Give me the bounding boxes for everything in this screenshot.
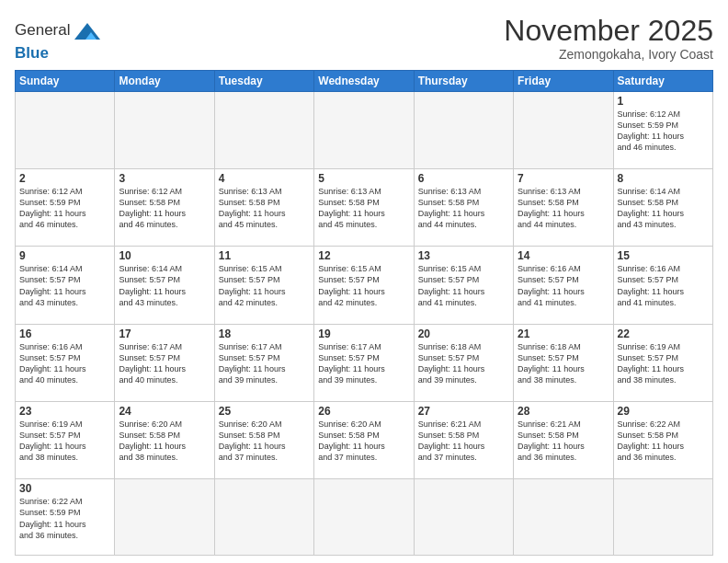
day-info: Sunrise: 6:13 AM Sunset: 5:58 PM Dayligh… bbox=[318, 186, 409, 231]
day-number: 23 bbox=[19, 405, 110, 418]
day-number: 16 bbox=[19, 327, 110, 340]
calendar-cell-23: 18Sunrise: 6:17 AM Sunset: 5:57 PM Dayli… bbox=[214, 324, 313, 401]
calendar-cell-41 bbox=[613, 479, 712, 556]
calendar-cell-22: 17Sunrise: 6:17 AM Sunset: 5:57 PM Dayli… bbox=[115, 324, 214, 401]
logo-general: General bbox=[15, 21, 70, 39]
day-info: Sunrise: 6:12 AM Sunset: 5:59 PM Dayligh… bbox=[19, 186, 110, 231]
calendar-cell-37 bbox=[214, 479, 313, 556]
calendar-cell-8: 3Sunrise: 6:12 AM Sunset: 5:58 PM Daylig… bbox=[115, 168, 214, 246]
calendar-cell-6: 1Sunrise: 6:12 AM Sunset: 5:59 PM Daylig… bbox=[613, 91, 712, 168]
day-number: 28 bbox=[518, 405, 609, 418]
day-info: Sunrise: 6:14 AM Sunset: 5:57 PM Dayligh… bbox=[119, 263, 210, 308]
calendar-row-4: 16Sunrise: 6:16 AM Sunset: 5:57 PM Dayli… bbox=[16, 324, 713, 401]
calendar-cell-3 bbox=[314, 91, 414, 168]
calendar-table: SundayMondayTuesdayWednesdayThursdayFrid… bbox=[15, 70, 713, 556]
calendar-cell-40 bbox=[514, 479, 613, 556]
weekday-header-row: SundayMondayTuesdayWednesdayThursdayFrid… bbox=[16, 70, 713, 91]
day-number: 19 bbox=[318, 327, 409, 340]
calendar-cell-12: 7Sunrise: 6:13 AM Sunset: 5:58 PM Daylig… bbox=[514, 168, 613, 246]
day-info: Sunrise: 6:20 AM Sunset: 5:58 PM Dayligh… bbox=[318, 419, 409, 464]
day-info: Sunrise: 6:18 AM Sunset: 5:57 PM Dayligh… bbox=[518, 341, 609, 386]
calendar-cell-26: 21Sunrise: 6:18 AM Sunset: 5:57 PM Dayli… bbox=[514, 324, 613, 401]
month-title: November 2025 bbox=[504, 15, 713, 47]
calendar-cell-14: 9Sunrise: 6:14 AM Sunset: 5:57 PM Daylig… bbox=[16, 247, 115, 324]
calendar-cell-17: 12Sunrise: 6:15 AM Sunset: 5:57 PM Dayli… bbox=[314, 247, 414, 324]
calendar-cell-15: 10Sunrise: 6:14 AM Sunset: 5:57 PM Dayli… bbox=[115, 247, 214, 324]
calendar-cell-36 bbox=[115, 479, 214, 556]
day-number: 5 bbox=[318, 172, 409, 185]
day-number: 10 bbox=[119, 249, 210, 262]
calendar-cell-34: 29Sunrise: 6:22 AM Sunset: 5:58 PM Dayli… bbox=[613, 401, 712, 478]
calendar-cell-16: 11Sunrise: 6:15 AM Sunset: 5:57 PM Dayli… bbox=[214, 247, 313, 324]
calendar-row-5: 23Sunrise: 6:19 AM Sunset: 5:57 PM Dayli… bbox=[16, 401, 713, 478]
calendar-cell-5 bbox=[514, 91, 613, 168]
svg-marker-0 bbox=[74, 23, 100, 40]
calendar-cell-4 bbox=[414, 91, 513, 168]
calendar-cell-31: 26Sunrise: 6:20 AM Sunset: 5:58 PM Dayli… bbox=[314, 401, 414, 478]
calendar-cell-13: 8Sunrise: 6:14 AM Sunset: 5:58 PM Daylig… bbox=[613, 168, 712, 246]
calendar-cell-18: 13Sunrise: 6:15 AM Sunset: 5:57 PM Dayli… bbox=[414, 247, 513, 324]
calendar-cell-39 bbox=[414, 479, 513, 556]
day-info: Sunrise: 6:22 AM Sunset: 5:58 PM Dayligh… bbox=[618, 419, 709, 464]
day-number: 7 bbox=[518, 172, 609, 185]
calendar-cell-32: 27Sunrise: 6:21 AM Sunset: 5:58 PM Dayli… bbox=[414, 401, 513, 478]
day-number: 25 bbox=[219, 405, 310, 418]
calendar-row-2: 2Sunrise: 6:12 AM Sunset: 5:59 PM Daylig… bbox=[16, 168, 713, 246]
weekday-tuesday: Tuesday bbox=[214, 70, 313, 91]
page: General Blue November 2025 Zemongokaha, … bbox=[0, 0, 728, 563]
day-info: Sunrise: 6:18 AM Sunset: 5:57 PM Dayligh… bbox=[418, 341, 509, 386]
day-info: Sunrise: 6:21 AM Sunset: 5:58 PM Dayligh… bbox=[418, 419, 509, 464]
calendar-cell-10: 5Sunrise: 6:13 AM Sunset: 5:58 PM Daylig… bbox=[314, 168, 414, 246]
day-number: 4 bbox=[219, 172, 310, 185]
day-number: 6 bbox=[418, 172, 509, 185]
calendar-cell-2 bbox=[214, 91, 313, 168]
day-info: Sunrise: 6:20 AM Sunset: 5:58 PM Dayligh… bbox=[119, 419, 210, 464]
calendar-cell-9: 4Sunrise: 6:13 AM Sunset: 5:58 PM Daylig… bbox=[214, 168, 313, 246]
calendar-cell-0 bbox=[16, 91, 115, 168]
calendar-cell-7: 2Sunrise: 6:12 AM Sunset: 5:59 PM Daylig… bbox=[16, 168, 115, 246]
calendar-row-1: 1Sunrise: 6:12 AM Sunset: 5:59 PM Daylig… bbox=[16, 91, 713, 168]
day-number: 20 bbox=[418, 327, 509, 340]
calendar-cell-19: 14Sunrise: 6:16 AM Sunset: 5:57 PM Dayli… bbox=[514, 247, 613, 324]
calendar-cell-28: 23Sunrise: 6:19 AM Sunset: 5:57 PM Dayli… bbox=[16, 401, 115, 478]
day-info: Sunrise: 6:17 AM Sunset: 5:57 PM Dayligh… bbox=[219, 341, 310, 386]
day-info: Sunrise: 6:16 AM Sunset: 5:57 PM Dayligh… bbox=[19, 341, 110, 386]
day-info: Sunrise: 6:13 AM Sunset: 5:58 PM Dayligh… bbox=[518, 186, 609, 231]
day-number: 1 bbox=[618, 95, 709, 108]
day-number: 3 bbox=[119, 172, 210, 185]
weekday-thursday: Thursday bbox=[414, 70, 513, 91]
title-block: November 2025 Zemongokaha, Ivory Coast bbox=[504, 15, 713, 62]
day-number: 26 bbox=[318, 405, 409, 418]
day-info: Sunrise: 6:14 AM Sunset: 5:58 PM Dayligh… bbox=[618, 186, 709, 231]
calendar-row-3: 9Sunrise: 6:14 AM Sunset: 5:57 PM Daylig… bbox=[16, 247, 713, 324]
calendar-cell-24: 19Sunrise: 6:17 AM Sunset: 5:57 PM Dayli… bbox=[314, 324, 414, 401]
logo-blue: Blue bbox=[15, 44, 105, 63]
day-info: Sunrise: 6:15 AM Sunset: 5:57 PM Dayligh… bbox=[219, 263, 310, 308]
weekday-monday: Monday bbox=[115, 70, 214, 91]
day-number: 18 bbox=[219, 327, 310, 340]
calendar-cell-1 bbox=[115, 91, 214, 168]
day-info: Sunrise: 6:22 AM Sunset: 5:59 PM Dayligh… bbox=[19, 496, 110, 541]
calendar-cell-29: 24Sunrise: 6:20 AM Sunset: 5:58 PM Dayli… bbox=[115, 401, 214, 478]
weekday-sunday: Sunday bbox=[16, 70, 115, 91]
day-number: 11 bbox=[219, 249, 310, 262]
calendar-cell-35: 30Sunrise: 6:22 AM Sunset: 5:59 PM Dayli… bbox=[16, 479, 115, 556]
day-number: 2 bbox=[19, 172, 110, 185]
weekday-wednesday: Wednesday bbox=[314, 70, 414, 91]
day-number: 8 bbox=[618, 172, 709, 185]
day-info: Sunrise: 6:13 AM Sunset: 5:58 PM Dayligh… bbox=[418, 186, 509, 231]
day-info: Sunrise: 6:15 AM Sunset: 5:57 PM Dayligh… bbox=[318, 263, 409, 308]
day-info: Sunrise: 6:14 AM Sunset: 5:57 PM Dayligh… bbox=[19, 263, 110, 308]
day-info: Sunrise: 6:19 AM Sunset: 5:57 PM Dayligh… bbox=[618, 341, 709, 386]
day-number: 12 bbox=[318, 249, 409, 262]
day-number: 22 bbox=[618, 327, 709, 340]
day-number: 15 bbox=[618, 249, 709, 262]
day-number: 17 bbox=[119, 327, 210, 340]
day-info: Sunrise: 6:12 AM Sunset: 5:59 PM Dayligh… bbox=[618, 109, 709, 154]
calendar-row-6: 30Sunrise: 6:22 AM Sunset: 5:59 PM Dayli… bbox=[16, 479, 713, 556]
day-number: 29 bbox=[618, 405, 709, 418]
day-number: 24 bbox=[119, 405, 210, 418]
logo: General Blue bbox=[15, 18, 105, 63]
day-number: 30 bbox=[19, 482, 110, 495]
day-number: 14 bbox=[518, 249, 609, 262]
